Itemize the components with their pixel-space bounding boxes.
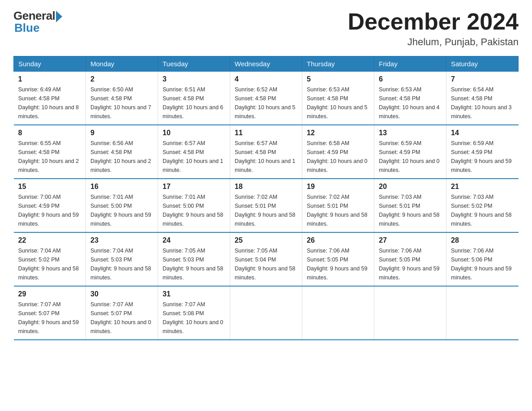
day-cell: 23 Sunrise: 7:04 AMSunset: 5:03 PMDaylig…: [86, 232, 158, 286]
day-cell: 12 Sunrise: 6:58 AMSunset: 4:59 PMDaylig…: [302, 125, 374, 179]
day-number: 30: [90, 290, 153, 298]
day-cell: 26 Sunrise: 7:06 AMSunset: 5:05 PMDaylig…: [302, 232, 374, 286]
day-number: 6: [379, 75, 442, 83]
day-info: Sunrise: 7:02 AMSunset: 5:01 PMDaylight:…: [235, 193, 297, 228]
day-number: 20: [379, 183, 442, 191]
day-number: 8: [18, 129, 82, 137]
day-cell: 21 Sunrise: 7:03 AMSunset: 5:02 PMDaylig…: [446, 179, 519, 232]
day-cell: 30 Sunrise: 7:07 AMSunset: 5:07 PMDaylig…: [86, 286, 158, 340]
day-cell: 19 Sunrise: 7:02 AMSunset: 5:01 PMDaylig…: [302, 179, 374, 232]
day-info: Sunrise: 7:04 AMSunset: 5:03 PMDaylight:…: [90, 246, 153, 282]
day-cell: 14 Sunrise: 6:59 AMSunset: 4:59 PMDaylig…: [446, 125, 519, 179]
day-info: Sunrise: 7:07 AMSunset: 5:07 PMDaylight:…: [18, 300, 82, 336]
day-cell: 10 Sunrise: 6:57 AMSunset: 4:58 PMDaylig…: [158, 125, 230, 179]
col-header-monday: Monday: [86, 56, 158, 72]
day-cell: 5 Sunrise: 6:53 AMSunset: 4:58 PMDayligh…: [302, 72, 374, 125]
week-row-5: 29 Sunrise: 7:07 AMSunset: 5:07 PMDaylig…: [14, 286, 519, 340]
day-number: 22: [18, 236, 82, 244]
day-cell: 8 Sunrise: 6:55 AMSunset: 4:58 PMDayligh…: [14, 125, 86, 179]
day-info: Sunrise: 7:03 AMSunset: 5:02 PMDaylight:…: [451, 193, 514, 228]
month-title: December 2024: [348, 9, 519, 34]
day-number: 18: [235, 183, 297, 191]
day-number: 24: [163, 236, 225, 244]
day-info: Sunrise: 7:06 AMSunset: 5:06 PMDaylight:…: [451, 246, 514, 282]
day-cell: 29 Sunrise: 7:07 AMSunset: 5:07 PMDaylig…: [14, 286, 86, 340]
day-info: Sunrise: 7:00 AMSunset: 4:59 PMDaylight:…: [18, 193, 82, 228]
day-number: 9: [90, 129, 153, 137]
day-info: Sunrise: 7:04 AMSunset: 5:02 PMDaylight:…: [18, 246, 82, 282]
day-number: 17: [163, 183, 225, 191]
col-header-saturday: Saturday: [446, 56, 519, 72]
day-info: Sunrise: 6:57 AMSunset: 4:58 PMDaylight:…: [163, 139, 225, 175]
day-cell: 6 Sunrise: 6:53 AMSunset: 4:58 PMDayligh…: [374, 72, 446, 125]
day-number: 1: [18, 75, 82, 83]
day-info: Sunrise: 7:02 AMSunset: 5:01 PMDaylight:…: [307, 193, 369, 228]
day-info: Sunrise: 6:54 AMSunset: 4:58 PMDaylight:…: [451, 85, 514, 121]
logo: General Blue: [13, 9, 62, 35]
logo-blue-text: Blue: [14, 21, 39, 35]
day-number: 14: [451, 129, 514, 137]
day-cell: 22 Sunrise: 7:04 AMSunset: 5:02 PMDaylig…: [14, 232, 86, 286]
day-info: Sunrise: 6:58 AMSunset: 4:59 PMDaylight:…: [307, 139, 369, 175]
logo-arrow-icon: [56, 11, 62, 22]
header-row: SundayMondayTuesdayWednesdayThursdayFrid…: [14, 56, 519, 72]
day-number: 26: [307, 236, 369, 244]
day-info: Sunrise: 7:06 AMSunset: 5:05 PMDaylight:…: [307, 246, 369, 282]
day-cell: 11 Sunrise: 6:57 AMSunset: 4:58 PMDaylig…: [230, 125, 302, 179]
day-number: 29: [18, 290, 82, 298]
day-info: Sunrise: 6:52 AMSunset: 4:58 PMDaylight:…: [235, 85, 297, 121]
day-cell: 13 Sunrise: 6:59 AMSunset: 4:59 PMDaylig…: [374, 125, 446, 179]
day-cell: 3 Sunrise: 6:51 AMSunset: 4:58 PMDayligh…: [158, 72, 230, 125]
week-row-4: 22 Sunrise: 7:04 AMSunset: 5:02 PMDaylig…: [14, 232, 519, 286]
day-cell: 2 Sunrise: 6:50 AMSunset: 4:58 PMDayligh…: [86, 72, 158, 125]
day-info: Sunrise: 6:53 AMSunset: 4:58 PMDaylight:…: [379, 85, 442, 121]
col-header-tuesday: Tuesday: [158, 56, 230, 72]
day-info: Sunrise: 7:05 AMSunset: 5:03 PMDaylight:…: [163, 246, 225, 282]
day-info: Sunrise: 6:59 AMSunset: 4:59 PMDaylight:…: [379, 139, 442, 175]
day-cell: 25 Sunrise: 7:05 AMSunset: 5:04 PMDaylig…: [230, 232, 302, 286]
day-cell: 4 Sunrise: 6:52 AMSunset: 4:58 PMDayligh…: [230, 72, 302, 125]
col-header-wednesday: Wednesday: [230, 56, 302, 72]
day-info: Sunrise: 6:53 AMSunset: 4:58 PMDaylight:…: [307, 85, 369, 121]
day-info: Sunrise: 7:07 AMSunset: 5:07 PMDaylight:…: [90, 300, 153, 336]
day-number: 28: [451, 236, 514, 244]
day-number: 19: [307, 183, 369, 191]
week-row-3: 15 Sunrise: 7:00 AMSunset: 4:59 PMDaylig…: [14, 179, 519, 232]
day-number: 12: [307, 129, 369, 137]
day-number: 21: [451, 183, 514, 191]
day-number: 25: [235, 236, 297, 244]
calendar-table: SundayMondayTuesdayWednesdayThursdayFrid…: [13, 56, 519, 340]
title-area: December 2024 Jhelum, Punjab, Pakistan: [348, 9, 519, 48]
day-number: 2: [90, 75, 153, 83]
location-text: Jhelum, Punjab, Pakistan: [348, 36, 519, 48]
day-info: Sunrise: 7:05 AMSunset: 5:04 PMDaylight:…: [235, 246, 297, 282]
day-info: Sunrise: 7:01 AMSunset: 5:00 PMDaylight:…: [163, 193, 225, 228]
col-header-friday: Friday: [374, 56, 446, 72]
day-number: 27: [379, 236, 442, 244]
day-info: Sunrise: 6:50 AMSunset: 4:58 PMDaylight:…: [90, 85, 153, 121]
day-cell: 1 Sunrise: 6:49 AMSunset: 4:58 PMDayligh…: [14, 72, 86, 125]
day-info: Sunrise: 7:03 AMSunset: 5:01 PMDaylight:…: [379, 193, 442, 228]
day-info: Sunrise: 6:57 AMSunset: 4:58 PMDaylight:…: [235, 139, 297, 175]
day-number: 23: [90, 236, 153, 244]
day-info: Sunrise: 7:06 AMSunset: 5:05 PMDaylight:…: [379, 246, 442, 282]
day-cell: 28 Sunrise: 7:06 AMSunset: 5:06 PMDaylig…: [446, 232, 519, 286]
day-number: 7: [451, 75, 514, 83]
day-info: Sunrise: 6:55 AMSunset: 4:58 PMDaylight:…: [18, 139, 82, 175]
day-cell: 9 Sunrise: 6:56 AMSunset: 4:58 PMDayligh…: [86, 125, 158, 179]
day-info: Sunrise: 7:01 AMSunset: 5:00 PMDaylight:…: [90, 193, 153, 228]
day-number: 15: [18, 183, 82, 191]
day-cell: 18 Sunrise: 7:02 AMSunset: 5:01 PMDaylig…: [230, 179, 302, 232]
day-cell: [374, 286, 446, 340]
day-cell: 24 Sunrise: 7:05 AMSunset: 5:03 PMDaylig…: [158, 232, 230, 286]
day-number: 4: [235, 75, 297, 83]
day-number: 13: [379, 129, 442, 137]
week-row-1: 1 Sunrise: 6:49 AMSunset: 4:58 PMDayligh…: [14, 72, 519, 125]
day-cell: [230, 286, 302, 340]
page-header: General Blue December 2024 Jhelum, Punja…: [13, 9, 519, 48]
day-cell: 20 Sunrise: 7:03 AMSunset: 5:01 PMDaylig…: [374, 179, 446, 232]
day-number: 31: [163, 290, 225, 298]
week-row-2: 8 Sunrise: 6:55 AMSunset: 4:58 PMDayligh…: [14, 125, 519, 179]
day-info: Sunrise: 6:59 AMSunset: 4:59 PMDaylight:…: [451, 139, 514, 175]
day-cell: 31 Sunrise: 7:07 AMSunset: 5:08 PMDaylig…: [158, 286, 230, 340]
